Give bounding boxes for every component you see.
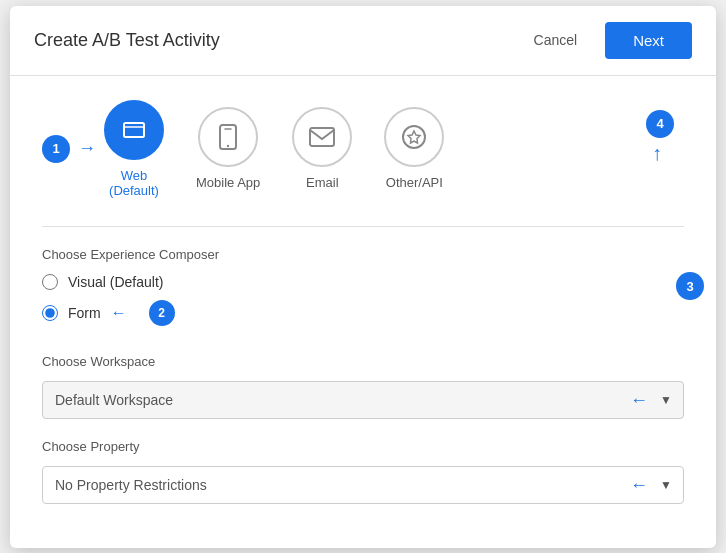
- radio-form[interactable]: [42, 305, 58, 321]
- web-icon-wrap: [104, 100, 164, 160]
- channel-row: 1 → Web(Default): [42, 100, 684, 198]
- radio-visual-label[interactable]: Visual (Default): [68, 274, 163, 290]
- composer-section-label: Choose Experience Composer: [42, 247, 684, 262]
- workspace-section: Choose Workspace Default Workspace ← ▼: [42, 354, 684, 419]
- experience-composer-section: Choose Experience Composer Visual (Defau…: [42, 247, 684, 326]
- step1-arrow: →: [78, 138, 96, 159]
- channel-mobile[interactable]: Mobile App: [196, 107, 260, 190]
- channel-email[interactable]: Email: [292, 107, 352, 190]
- radio-form-label[interactable]: Form: [68, 305, 101, 321]
- property-section: Choose Property No Property Restrictions…: [42, 439, 684, 504]
- workspace-select-wrap: Default Workspace ← ▼: [42, 381, 684, 419]
- mobile-icon-wrap: [198, 107, 258, 167]
- channel-options: Web(Default) Mobile App: [104, 100, 624, 198]
- step1-badge: 1: [42, 135, 70, 163]
- channel-web[interactable]: Web(Default): [104, 100, 164, 198]
- property-section-label: Choose Property: [42, 439, 684, 454]
- workspace-section-label: Choose Workspace: [42, 354, 684, 369]
- svg-point-6: [403, 126, 425, 148]
- other-icon-wrap: [384, 107, 444, 167]
- form-arrow: ←: [111, 304, 127, 322]
- property-select[interactable]: No Property Restrictions: [42, 466, 684, 504]
- step3-badge: 3: [676, 272, 704, 300]
- radio-visual-row: Visual (Default): [42, 274, 684, 290]
- section-divider: [42, 226, 684, 227]
- modal-body: 1 → Web(Default): [10, 76, 716, 548]
- email-icon-wrap: [292, 107, 352, 167]
- radio-group: Visual (Default) Form ← 2: [42, 274, 684, 326]
- other-label: Other/API: [386, 175, 443, 190]
- modal-title: Create A/B Test Activity: [34, 30, 220, 51]
- radio-visual[interactable]: [42, 274, 58, 290]
- step4-arrow: ↑: [652, 142, 662, 165]
- channel-other[interactable]: Other/API: [384, 107, 444, 190]
- cancel-button[interactable]: Cancel: [522, 24, 590, 56]
- modal-header: Create A/B Test Activity Cancel Next: [10, 6, 716, 76]
- radio-form-row: Form ← 2: [42, 300, 684, 326]
- header-actions: Cancel Next: [522, 22, 692, 59]
- mobile-label: Mobile App: [196, 175, 260, 190]
- svg-point-3: [227, 145, 229, 147]
- next-button[interactable]: Next: [605, 22, 692, 59]
- step2-badge: 2: [149, 300, 175, 326]
- email-label: Email: [306, 175, 339, 190]
- web-label: Web(Default): [109, 168, 159, 198]
- svg-rect-5: [310, 128, 334, 146]
- property-select-wrap: No Property Restrictions ← ▼: [42, 466, 684, 504]
- step3-container: 3: [676, 272, 704, 300]
- svg-rect-0: [124, 123, 144, 137]
- modal-container: Create A/B Test Activity Cancel Next 1 →: [10, 6, 716, 548]
- step4-badge: 4: [646, 110, 674, 138]
- workspace-select[interactable]: Default Workspace: [42, 381, 684, 419]
